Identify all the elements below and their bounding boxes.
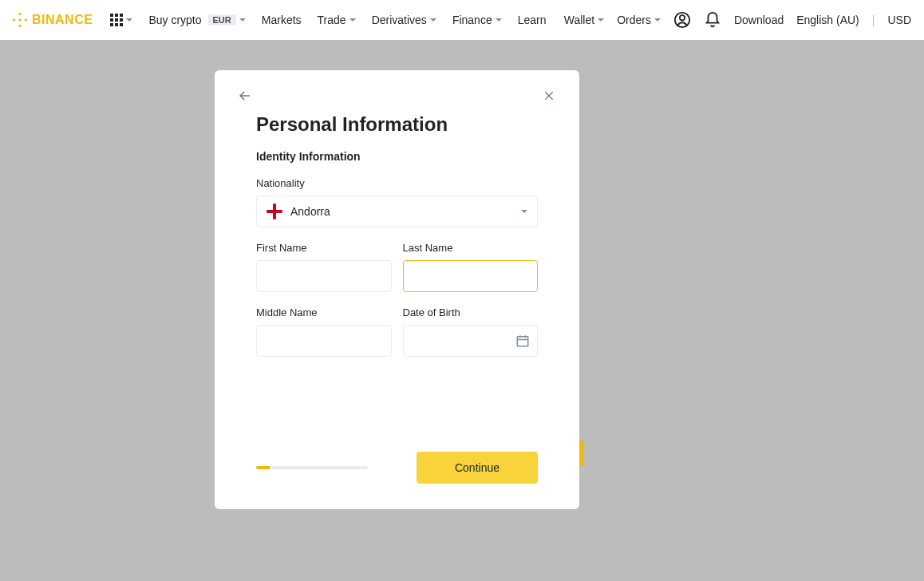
back-button[interactable] xyxy=(235,86,255,105)
binance-logo-icon xyxy=(13,13,27,27)
svg-rect-4 xyxy=(18,18,22,22)
svg-rect-3 xyxy=(24,18,27,22)
nav-label: Orders xyxy=(617,14,651,26)
nationality-select[interactable]: Andorra xyxy=(256,196,538,227)
nav-right-group: Wallet Orders Download English (AU) | US… xyxy=(564,11,911,29)
user-icon[interactable] xyxy=(673,11,691,29)
personal-information-modal: Personal Information Identity Informatio… xyxy=(215,70,579,509)
progress-bar xyxy=(256,466,368,469)
last-name-label: Last Name xyxy=(403,242,539,254)
chevron-down-icon xyxy=(654,18,661,22)
svg-rect-0 xyxy=(18,13,22,16)
middle-name-label: Middle Name xyxy=(256,306,392,318)
close-icon xyxy=(543,89,555,102)
svg-point-6 xyxy=(680,15,685,20)
first-name-label: First Name xyxy=(256,242,392,254)
chevron-down-icon xyxy=(349,18,356,22)
nav-label: Derivatives xyxy=(372,14,427,26)
dob-input[interactable] xyxy=(403,325,539,357)
nav-label: Wallet xyxy=(564,14,594,26)
nav-download[interactable]: Download xyxy=(734,14,784,26)
arrow-left-icon xyxy=(237,88,253,104)
chevron-down-icon xyxy=(239,18,246,22)
chevron-down-icon xyxy=(126,18,132,22)
nav-left-group: Buy crypto EUR Markets Trade Derivatives… xyxy=(110,14,546,26)
nav-label: Buy crypto xyxy=(148,14,201,26)
brand-logo[interactable]: BINANCE xyxy=(13,13,93,27)
nav-trade[interactable]: Trade xyxy=(318,14,356,26)
nav-finance[interactable]: Finance xyxy=(452,14,502,26)
modal-title: Personal Information xyxy=(256,113,538,136)
nav-label: Markets xyxy=(262,14,302,26)
section-heading: Identity Information xyxy=(256,150,538,163)
separator: | xyxy=(872,14,875,26)
svg-rect-1 xyxy=(18,24,22,27)
apps-grid-menu[interactable] xyxy=(110,14,132,26)
grid-icon xyxy=(110,14,123,26)
nav-label: Learn xyxy=(518,14,547,26)
nav-buy-crypto[interactable]: Buy crypto EUR xyxy=(148,14,245,26)
last-name-input[interactable] xyxy=(403,260,539,292)
nav-label: Trade xyxy=(318,14,346,26)
nationality-label: Nationality xyxy=(256,177,538,189)
nav-label: Download xyxy=(734,14,784,26)
nav-label: USD xyxy=(887,14,911,26)
continue-button[interactable]: Continue xyxy=(417,452,538,484)
bell-icon[interactable] xyxy=(704,11,721,29)
close-button[interactable] xyxy=(539,86,559,105)
chevron-down-icon xyxy=(598,18,604,22)
dob-label: Date of Birth xyxy=(403,306,539,318)
nav-learn[interactable]: Learn xyxy=(518,14,547,26)
nav-wallet[interactable]: Wallet xyxy=(564,14,604,26)
first-name-input[interactable] xyxy=(256,260,392,292)
nav-locale[interactable]: English (AU) xyxy=(796,14,859,26)
currency-chip: EUR xyxy=(208,14,236,26)
nav-orders[interactable]: Orders xyxy=(617,14,661,26)
nav-currency[interactable]: USD xyxy=(887,14,911,26)
top-nav-bar: BINANCE Buy crypto EUR Markets Trade Der… xyxy=(0,0,924,40)
nav-derivatives[interactable]: Derivatives xyxy=(372,14,436,26)
nav-markets[interactable]: Markets xyxy=(262,14,302,26)
chevron-down-icon xyxy=(521,210,527,213)
flag-icon xyxy=(267,204,282,219)
svg-rect-2 xyxy=(13,18,16,22)
nav-label: English (AU) xyxy=(796,14,859,26)
nationality-value: Andorra xyxy=(290,205,513,218)
chevron-down-icon xyxy=(430,18,436,22)
middle-name-input[interactable] xyxy=(256,325,392,357)
chevron-down-icon xyxy=(496,18,502,22)
brand-name: BINANCE xyxy=(32,13,93,27)
nav-label: Finance xyxy=(452,14,492,26)
progress-fill xyxy=(256,466,270,469)
